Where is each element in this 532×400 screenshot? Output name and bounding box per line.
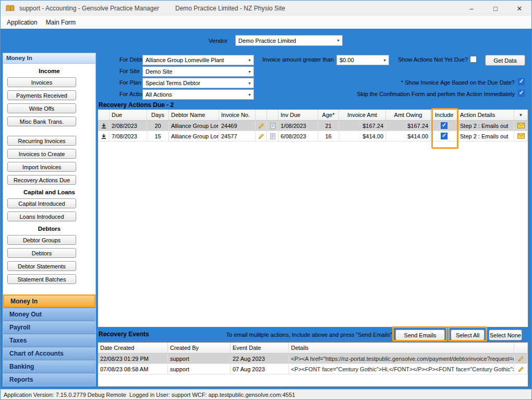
maximize-button[interactable]: □ [483,1,507,16]
col-include[interactable]: Include [431,110,458,120]
sidebar-button-recurring-invoices[interactable]: Recurring Invoices [7,136,76,146]
col-invoice-amt[interactable]: Invoice Amt [339,110,386,120]
select-all-button[interactable]: Select All [451,330,485,340]
menubar: Application Main Form [1,16,531,29]
sidebar-button-debtor-statements[interactable]: Debtor Statements [7,261,76,271]
cell-created-by: support [168,354,231,363]
sidebar-button-statement-batches[interactable]: Statement Batches [7,274,76,284]
cell-days: 20 [147,121,169,131]
menu-main-form[interactable]: Main Form [42,17,80,28]
column-filter-icon[interactable]: ▼ [514,110,528,120]
close-button[interactable]: ✕ [507,1,531,16]
sidebar-button-invoices-to-create[interactable]: Invoices to Create [7,149,76,159]
cell-include [431,131,458,141]
section-title-income: Income [3,68,95,74]
col-action-details[interactable]: Action Details [458,110,514,120]
accordion-item-banking[interactable]: Banking [3,360,95,373]
for-plan-label: For Plan [119,79,141,86]
col-age[interactable]: Age* [318,110,339,120]
sidebar-button-import-invoices[interactable]: Import Invoices [7,162,76,172]
skip-confirmation-checkbox[interactable] [518,90,525,97]
menu-application[interactable]: Application [3,17,42,28]
col-due[interactable]: Due [110,110,147,120]
cell-inv-due: 6/08/2023 [279,131,318,141]
for-site-value: Demo Site [146,68,246,75]
col-details[interactable]: Details [289,343,514,353]
events-row-1[interactable]: 22/08/23 01:29 PM support 22 Aug 2023 <P… [98,354,528,364]
actions-row-1[interactable]: 2/08/2023 20 Alliance Group Lor... 24469… [98,121,528,131]
get-data-button[interactable]: Get Data [485,55,525,66]
sidebar-button-loans-introduced[interactable]: Loans Introduced [7,211,76,221]
accordion-item-payroll[interactable]: Payroll [3,321,95,334]
accordion-item-chart-of-accounts[interactable]: Chart of Accounts [3,347,95,360]
chevron-down-icon: ▾ [246,92,253,97]
for-plan-select[interactable]: Special Terms Debtor ▾ [142,78,254,88]
recovery-events-table: Date Created Created By Event Date Detai… [98,342,528,387]
select-none-button[interactable]: Select None [489,330,522,340]
recovery-actions-table: Due Days Debtor Name Invoice No. Inv Due… [98,109,528,327]
invoice-amount-select[interactable]: $0.00 ▾ [336,55,389,65]
col-invoice-no[interactable]: Invoice No. [219,110,256,120]
col-event-date[interactable]: Event Date [231,343,289,353]
accordion-item-taxes[interactable]: Taxes [3,334,95,347]
cell-debtor-name: Alliance Group Lor... [169,121,219,131]
col-edit [514,343,528,353]
sidebar-body: Income Invoices Payments Received Write … [3,64,95,295]
cell-debtor-name: Alliance Group Lor... [169,131,219,141]
cell-action-details: Step 2 : Emails out [458,121,514,131]
cell-details: <P><FONT face="Century Gothic">Hi,</FONT… [289,364,514,374]
cell-date-created: 22/08/23 01:29 PM [98,354,168,363]
include-checkbox[interactable] [441,122,448,129]
workspace: Vendor Demo Practice Limited ▾ Money In … [1,29,531,389]
sidebar-button-payments-received[interactable]: Payments Received [7,90,76,100]
col-days[interactable]: Days [147,110,169,120]
recovery-events-hint: To email mulitple actions, Include above… [226,332,392,338]
accordion-item-reports[interactable]: Reports [3,373,95,386]
note-icon[interactable] [267,131,279,141]
edit-pencil-icon[interactable] [256,121,267,131]
include-checkbox[interactable] [441,133,448,139]
minimize-button[interactable]: – [460,1,483,16]
sidebar-button-debtors[interactable]: Debtors [7,248,76,258]
sidebar-button-invoices[interactable]: Invoices [7,77,76,87]
sidebar-button-write-offs[interactable]: Write Offs [7,103,76,113]
skip-confirmation-label: Skip the Confimation Form and perfom the… [357,91,515,97]
send-emails-button[interactable]: Send Emails [395,330,445,340]
sidebar-button-capital-introduced[interactable]: Capital Introduced [7,198,76,208]
col-row-indicator [98,110,110,120]
chevron-down-icon: ▾ [246,58,253,63]
sidebar-button-recovery-actions-due[interactable]: Recovery Actions Due [7,175,76,185]
email-icon[interactable] [514,131,528,141]
col-date-created[interactable]: Date Created [98,343,168,353]
show-not-yet-due-checkbox[interactable] [470,56,477,63]
for-debtor-select[interactable]: Alliance Group Lorneville Plant ▾ [142,55,254,65]
accordion-item-money-out[interactable]: Money Out [3,308,95,321]
col-inv-due[interactable]: Inv Due [279,110,318,120]
for-action-select[interactable]: All Actions ▾ [142,89,254,100]
col-debtor-name[interactable]: Debtor Name [169,110,219,120]
for-action-value: All Actions [146,91,246,98]
edit-pencil-icon[interactable] [514,364,528,374]
cell-action-details: Step 2 : Emails out [458,131,514,141]
note-icon[interactable] [267,121,279,131]
sidebar-accordion: Money In Money Out Payroll Taxes Chart o… [3,295,95,386]
section-title-capital-and-loans: Capital and Loans [3,189,95,195]
accordion-item-money-in[interactable]: Money In [3,295,95,308]
sidebar-button-debtor-groups[interactable]: Debtor Groups [7,235,76,245]
col-created-by[interactable]: Created By [168,343,231,353]
vendor-value: Demo Practice Limited [238,38,334,44]
vendor-select[interactable]: Demo Practice Limited ▾ [235,35,343,46]
cell-created-by: support [168,364,231,374]
show-invoice-age-checkbox[interactable] [518,78,525,85]
download-icon[interactable] [98,131,110,141]
sidebar-button-misc-bank-trans[interactable]: Misc Bank Trans. [7,116,76,126]
col-amt-owing[interactable]: Amt Owing [386,110,431,120]
download-icon[interactable] [98,121,110,131]
email-icon[interactable] [514,121,528,131]
edit-pencil-icon[interactable] [514,354,528,363]
edit-pencil-icon[interactable] [256,131,267,141]
events-row-2[interactable]: 07/08/23 08:58 AM support 07 Aug 2023 <P… [98,364,528,374]
actions-row-2[interactable]: 7/08/2023 15 Alliance Group Lor... 24577… [98,131,528,142]
titlebar: support - Accounting - Gensolve Practice… [1,1,531,16]
for-site-select[interactable]: Demo Site ▾ [142,66,254,77]
